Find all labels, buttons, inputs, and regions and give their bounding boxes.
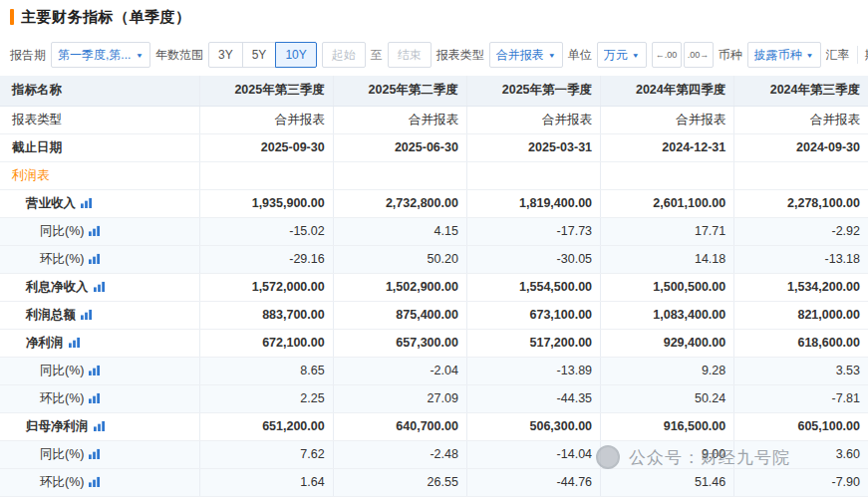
cell-value: 1,502,900.00 (333, 273, 466, 301)
cell-value: 506,300.00 (466, 412, 600, 440)
cell-value: 2025-09-30 (199, 133, 333, 161)
report-period-value: 第一季度,第... (58, 47, 131, 64)
table-row: 利润表 (0, 161, 868, 189)
cell-value: 1,534,200.00 (734, 273, 868, 301)
row-label-cell: 同比(%) (0, 440, 199, 468)
cell-value: 合并报表 (333, 106, 466, 133)
cell-value: 26.55 (333, 468, 466, 496)
cell-value: 合并报表 (734, 106, 868, 133)
year-3y-button[interactable]: 3Y (208, 42, 243, 68)
row-label-cell: 归母净利润 (0, 412, 199, 440)
bar-chart-icon[interactable] (89, 365, 100, 375)
table-row: 净利润672,100.00657,300.00517,200.00929,400… (0, 329, 868, 357)
cell-value: -15.02 (199, 217, 333, 245)
cell-value: 2,278,100.00 (734, 189, 868, 217)
cell-value: -44.35 (466, 384, 600, 412)
cell-value: -7.81 (734, 384, 868, 412)
cell-value: 883,700.00 (199, 301, 333, 329)
bar-chart-icon[interactable] (94, 281, 105, 292)
bar-chart-icon[interactable] (89, 253, 100, 264)
bar-chart-icon[interactable] (89, 392, 100, 403)
cell-value: -2.48 (333, 440, 466, 468)
cell-value: 2024-09-30 (734, 133, 868, 161)
row-label-cell: 利息净收入 (0, 273, 199, 301)
row-label: 截止日期 (12, 140, 62, 154)
row-label-cell: 同比(%) (0, 357, 199, 384)
cell-value: 17.71 (601, 217, 734, 245)
table-row: 同比(%)-15.024.15-17.7317.71-2.92 (0, 217, 868, 245)
table-row: 营业收入1,935,900.002,732,800.001,819,400.00… (0, 189, 868, 217)
cell-value: 1,935,900.00 (199, 189, 333, 217)
table-row: 报表类型合并报表合并报表合并报表合并报表合并报表 (0, 106, 868, 133)
table-row: 环比(%)1.6426.55-44.7651.46-7.90 (0, 468, 868, 496)
cell-value: -7.90 (734, 468, 868, 496)
year-10y-button[interactable]: 10Y (275, 42, 316, 68)
table-row: 利润总额883,700.00875,400.00673,100.001,083,… (0, 301, 868, 329)
cell-value: 合并报表 (199, 106, 333, 133)
title-accent-bar (10, 9, 14, 25)
cell-value: 14.18 (601, 245, 734, 273)
table-header-row: 指标名称2025年第三季度2025年第二季度2025年第一季度2024年第四季度… (0, 76, 868, 106)
bar-chart-icon[interactable] (69, 337, 80, 348)
cell-value: 673,100.00 (466, 301, 600, 329)
report-type-select[interactable]: 合并报表 ▼ (489, 42, 563, 68)
table-row: 同比(%)7.62-2.48-14.049.003.60 (0, 440, 868, 468)
column-header-period: 2025年第三季度 (199, 76, 333, 106)
currency-label: 币种 (719, 47, 742, 64)
decimal-decrease-button[interactable]: ←.00 (652, 42, 682, 68)
indicators-table-wrap: 指标名称2025年第三季度2025年第二季度2025年第一季度2024年第四季度… (0, 76, 868, 497)
bar-chart-icon[interactable] (89, 225, 100, 236)
table-row: 归母净利润651,200.00640,700.00506,300.00916,5… (0, 412, 868, 440)
cell-value: 618,600.00 (734, 329, 868, 357)
cell-value: 9.00 (601, 440, 734, 468)
start-year-input[interactable] (322, 42, 366, 68)
bar-chart-icon[interactable] (94, 420, 105, 431)
currency-select[interactable]: 披露币种 ▼ (747, 42, 821, 68)
cell-value: 821,000.00 (734, 301, 868, 329)
bar-chart-icon[interactable] (81, 309, 92, 320)
toolbar: 报告期 第一季度,第... ▼ 年数范围 3Y 5Y 10Y 至 报表类型 合并… (0, 34, 868, 76)
bar-chart-icon[interactable] (89, 476, 100, 487)
cell-value: 2,601,100.00 (601, 189, 734, 217)
cell-value: -29.16 (199, 245, 333, 273)
column-header-period: 2025年第一季度 (466, 76, 600, 106)
unit-label: 单位 (568, 47, 592, 64)
bar-chart-icon[interactable] (81, 197, 92, 208)
row-label-cell: 环比(%) (0, 468, 199, 496)
clipped-right-control[interactable]: 期 (865, 47, 868, 64)
cell-value: 8.65 (199, 357, 333, 384)
cell-value (199, 161, 333, 189)
table-row: 同比(%)8.65-2.04-13.899.283.53 (0, 357, 868, 384)
year-range-label: 年数范围 (155, 47, 203, 64)
row-label: 同比(%) (40, 224, 84, 238)
report-period-select[interactable]: 第一季度,第... ▼ (51, 42, 150, 68)
column-header-indicator-name: 指标名称 (0, 76, 199, 106)
to-label: 至 (371, 47, 383, 64)
cell-value: -2.92 (734, 217, 868, 245)
cell-value: 7.62 (199, 440, 333, 468)
row-label-cell: 截止日期 (0, 133, 199, 161)
page-header: 主要财务指标（单季度） (0, 0, 868, 34)
row-label: 利润总额 (26, 308, 76, 322)
cell-value: 4.15 (333, 217, 466, 245)
cell-value: -13.18 (734, 245, 868, 273)
decimal-increase-button[interactable]: .00→ (684, 42, 714, 68)
table-row: 环比(%)-29.1650.20-30.0514.18-13.18 (0, 245, 868, 273)
chevron-down-icon: ▼ (806, 51, 814, 58)
page-title: 主要财务指标（单季度） (21, 8, 191, 27)
bar-chart-icon[interactable] (89, 448, 100, 459)
end-year-input[interactable] (388, 42, 432, 68)
cell-value: 929,400.00 (601, 329, 734, 357)
cell-value: -2.04 (333, 357, 466, 384)
cell-value: 50.20 (333, 245, 466, 273)
year-5y-button[interactable]: 5Y (242, 42, 277, 68)
unit-select[interactable]: 万元 ▼ (597, 42, 647, 68)
cell-value: 672,100.00 (199, 329, 333, 357)
row-label-cell: 环比(%) (0, 245, 199, 273)
cell-value: 1,572,000.00 (199, 273, 333, 301)
cell-value: 2025-06-30 (333, 133, 466, 161)
column-header-period: 2024年第三季度 (734, 76, 868, 106)
decimal-controls: ←.00 .00→ (652, 42, 714, 68)
row-label: 环比(%) (40, 475, 84, 489)
cell-value: 合并报表 (466, 106, 600, 133)
